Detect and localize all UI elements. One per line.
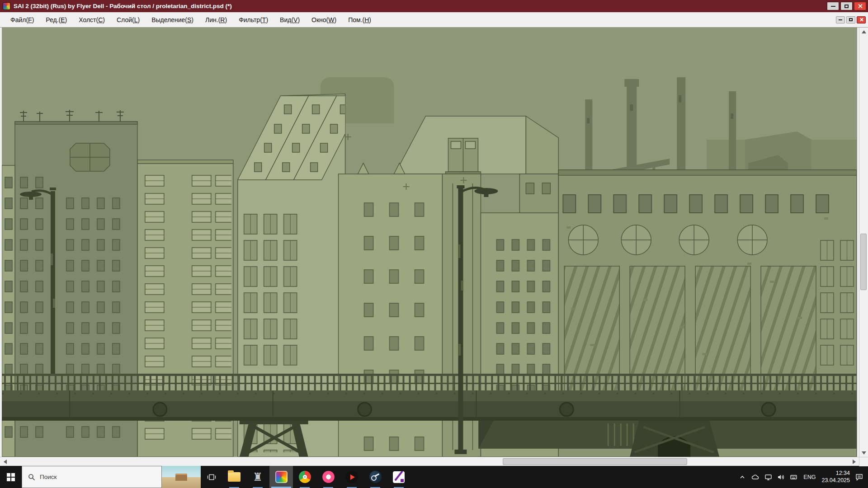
- tray-chevron-up-icon[interactable]: [739, 474, 746, 481]
- arrow-down-icon: [862, 451, 866, 455]
- play-icon: [350, 474, 355, 480]
- taskbar-app-steam[interactable]: [363, 466, 387, 488]
- touch-keyboard-icon[interactable]: [790, 474, 797, 481]
- menu-edit[interactable]: Ред.(E): [40, 12, 73, 27]
- document-window-controls: [836, 16, 868, 23]
- restore-icon: [849, 18, 853, 21]
- scroll-right-button[interactable]: [850, 458, 858, 465]
- windows-logo-icon: [7, 473, 15, 481]
- search-box[interactable]: Поиск: [22, 466, 162, 488]
- maximize-button[interactable]: [840, 2, 853, 10]
- clock-time: 12:34: [836, 470, 850, 477]
- journal-icon: [393, 471, 405, 483]
- close-button[interactable]: [854, 2, 866, 10]
- scroll-up-button[interactable]: [859, 28, 868, 36]
- menu-help[interactable]: Пом.(H): [342, 12, 377, 27]
- arrow-right-icon: [853, 460, 856, 464]
- chrome-icon: [299, 471, 311, 483]
- system-tray: ENG 12:34 23.04.2025: [734, 466, 868, 488]
- taskbar-app-pink[interactable]: [316, 466, 340, 488]
- menu-selection[interactable]: Выделение(S): [146, 12, 199, 27]
- steam-icon: [369, 471, 382, 483]
- onedrive-cloud-icon[interactable]: [751, 474, 760, 481]
- search-icon: [28, 474, 35, 481]
- task-view-button[interactable]: [201, 466, 222, 488]
- chrome-hub: [303, 475, 307, 479]
- menu-linework[interactable]: Лин.(R): [199, 12, 233, 27]
- vertical-scroll-thumb[interactable]: [860, 234, 867, 290]
- taskbar-app-sai2[interactable]: [269, 466, 293, 488]
- search-label: Поиск: [40, 474, 57, 480]
- close-icon: [858, 4, 863, 9]
- taskbar-app-yandex-music[interactable]: [340, 466, 363, 488]
- vertical-scrollbar[interactable]: [859, 28, 868, 457]
- minimize-button[interactable]: [827, 2, 839, 10]
- arrow-left-icon: [4, 460, 7, 464]
- minimize-icon: [831, 6, 835, 7]
- news-widget-button[interactable]: [162, 466, 201, 488]
- doc-restore-button[interactable]: [846, 16, 855, 23]
- scrollbar-corner: [859, 457, 868, 466]
- drawing-canvas[interactable]: [2, 28, 857, 457]
- horizontal-scrollbar-row: [0, 457, 868, 466]
- horizontal-scroll-thumb[interactable]: [503, 458, 688, 465]
- close-icon: [859, 18, 863, 22]
- display-icon[interactable]: [764, 474, 772, 481]
- sai2-app-icon: [3, 2, 10, 10]
- menubar: Файл(F) Ред.(E) Холст(C) Слой(L) Выделен…: [0, 12, 868, 28]
- taskbar: Поиск ♜: [0, 466, 868, 488]
- minimize-icon: [839, 19, 842, 20]
- horizontal-scrollbar[interactable]: [0, 457, 859, 466]
- volume-icon[interactable]: [777, 474, 785, 481]
- menu-file[interactable]: Файл(F): [5, 12, 40, 27]
- scroll-down-button[interactable]: [859, 449, 868, 457]
- menu-filter[interactable]: Фильтр(T): [233, 12, 274, 27]
- taskbar-app-chrome[interactable]: [293, 466, 316, 488]
- artwork: [2, 28, 857, 457]
- taskbar-app-game[interactable]: ♜: [246, 466, 269, 488]
- task-view-icon: [207, 473, 216, 482]
- file-explorer-icon: [228, 472, 241, 482]
- game-icon: ♜: [253, 471, 263, 483]
- maximize-icon: [844, 5, 849, 8]
- language-indicator[interactable]: ENG: [802, 474, 816, 480]
- menu-canvas[interactable]: Холст(C): [73, 12, 111, 27]
- scroll-left-button[interactable]: [1, 458, 9, 465]
- window-title: SAI 2 (32bit) (Rus) by Flyer Dell - Рабо…: [14, 3, 232, 9]
- yandex-music-icon: [346, 471, 358, 483]
- screen: SAI 2 (32bit) (Rus) by Flyer Dell - Рабо…: [0, 0, 868, 488]
- workspace: [0, 28, 868, 457]
- menu-view[interactable]: Вид(V): [274, 12, 306, 27]
- doc-close-button[interactable]: [857, 16, 866, 23]
- start-button[interactable]: [0, 466, 22, 488]
- action-center-icon[interactable]: [855, 473, 863, 481]
- menu-layer[interactable]: Слой(L): [111, 12, 146, 27]
- doc-minimize-button[interactable]: [836, 16, 845, 23]
- taskbar-app-journal[interactable]: [387, 466, 410, 488]
- taskbar-app-file-explorer[interactable]: [222, 466, 246, 488]
- sai2-icon: [275, 471, 288, 483]
- widget-weather-image: [175, 474, 187, 481]
- titlebar: SAI 2 (32bit) (Rus) by Flyer Dell - Рабо…: [0, 0, 868, 12]
- arrow-up-icon: [862, 30, 866, 33]
- clock-date: 23.04.2025: [821, 477, 850, 484]
- clock[interactable]: 12:34 23.04.2025: [821, 470, 850, 484]
- pink-app-icon: [322, 471, 335, 483]
- menu-window[interactable]: Окно(W): [306, 12, 342, 27]
- window-controls: [827, 2, 868, 10]
